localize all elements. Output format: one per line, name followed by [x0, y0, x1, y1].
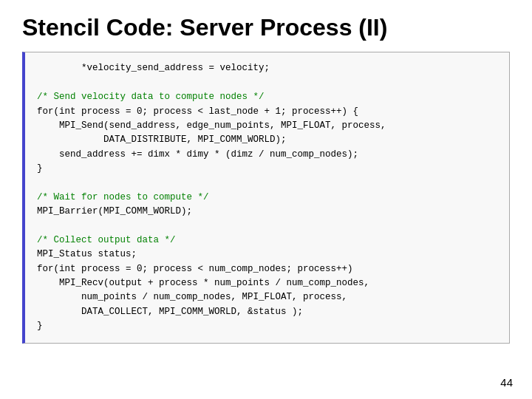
code-line-8: MPI_Status status;: [37, 248, 497, 262]
slide-page: Stencil Code: Server Process (II) *veloc…: [0, 0, 532, 399]
page-number: 44: [500, 376, 513, 389]
code-line-2: for(int process = 0; process < last_node…: [37, 105, 497, 119]
code-line-1: *velocity_send_address = velocity;: [37, 61, 497, 75]
slide-title: Stencil Code: Server Process (II): [22, 13, 510, 41]
code-line-12: DATA_COLLECT, MPI_COMM_WORLD, &status );: [37, 305, 497, 319]
code-line-comment-1: /* Send velocity data to compute nodes *…: [37, 90, 497, 104]
code-line-13: }: [37, 319, 497, 333]
code-block: *velocity_send_address = velocity; /* Se…: [22, 52, 510, 343]
code-line-9: for(int process = 0; process < num_comp_…: [37, 262, 497, 276]
code-line-4: DATA_DISTRIBUTE, MPI_COMM_WORLD);: [37, 133, 497, 147]
code-line-blank-1: [37, 76, 497, 90]
code-line-6: }: [37, 162, 497, 176]
code-line-comment-2: /* Wait for nodes to compute */: [37, 191, 497, 205]
code-line-10: MPI_Recv(output + process * num_points /…: [37, 276, 497, 290]
code-line-comment-3: /* Collect output data */: [37, 233, 497, 248]
code-line-blank-2: [37, 176, 497, 190]
code-line-7: MPI_Barrier(MPI_COMM_WORLD);: [37, 205, 497, 219]
code-line-5: send_address += dimx * dimy * (dimz / nu…: [37, 148, 497, 162]
code-line-3: MPI_Send(send_address, edge_num_points, …: [37, 119, 497, 133]
code-line-11: num_points / num_comp_nodes, MPI_FLOAT, …: [37, 290, 497, 304]
code-line-blank-3: [37, 219, 497, 233]
